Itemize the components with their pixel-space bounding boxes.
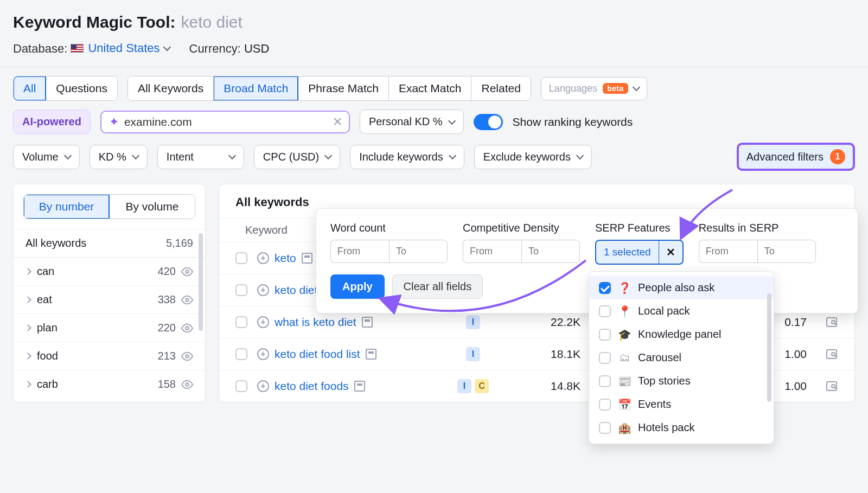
row-checkbox[interactable] bbox=[235, 316, 247, 328]
results-to-input[interactable] bbox=[757, 240, 816, 263]
sidebar-group-eat[interactable]: eat 338 bbox=[14, 285, 205, 313]
serp-option-people-also-ask[interactable]: ❓ People also ask bbox=[589, 276, 774, 299]
serp-option-hotels-pack[interactable]: 🏨 Hotels pack bbox=[589, 416, 774, 439]
serp-option-knowledge-panel[interactable]: 🎓 Knowledge panel bbox=[589, 323, 774, 346]
filter-intent[interactable]: Intent bbox=[157, 145, 244, 169]
chevron-down-icon bbox=[576, 152, 584, 159]
volume-cell: 18.1K bbox=[505, 348, 580, 361]
serp-option-events[interactable]: 📅 Events bbox=[589, 393, 774, 416]
serp-feature-icon: 🎓 bbox=[618, 329, 630, 341]
database-selector[interactable]: Database: United States bbox=[13, 41, 170, 56]
serp-preview-icon[interactable] bbox=[354, 381, 365, 392]
checkbox[interactable] bbox=[599, 305, 611, 317]
eye-icon[interactable] bbox=[181, 350, 193, 362]
flag-us-icon bbox=[71, 44, 84, 53]
compdens-to-input[interactable] bbox=[521, 240, 580, 263]
serp-option-local-pack[interactable]: 📍 Local pack bbox=[589, 299, 774, 323]
tab-by-number[interactable]: By number bbox=[24, 195, 110, 219]
sparkle-icon: ✦ bbox=[109, 115, 119, 129]
checkbox[interactable] bbox=[599, 422, 611, 434]
open-serp-icon[interactable] bbox=[816, 380, 838, 393]
clear-domain-icon[interactable]: ✕ bbox=[333, 115, 342, 129]
wordcount-from-input[interactable] bbox=[330, 240, 389, 263]
add-keyword-icon[interactable]: + bbox=[257, 380, 269, 392]
serp-preview-icon[interactable] bbox=[302, 253, 312, 264]
filter-exclude-keywords[interactable]: Exclude keywords bbox=[474, 145, 592, 169]
serp-features-clear-icon[interactable]: ✕ bbox=[659, 241, 682, 264]
eye-icon[interactable] bbox=[181, 294, 193, 306]
serp-option-carousel[interactable]: 🗂 Carousel bbox=[589, 346, 774, 369]
serp-feature-icon: ❓ bbox=[618, 282, 630, 294]
filter-kd[interactable]: KD % bbox=[90, 145, 148, 169]
wordcount-label: Word count bbox=[330, 222, 448, 234]
dropdown-scrollbar[interactable] bbox=[767, 293, 771, 402]
compdens-from-input[interactable] bbox=[463, 240, 521, 263]
eye-icon[interactable] bbox=[181, 266, 193, 278]
sidebar-group-carb[interactable]: carb 158 bbox=[14, 370, 205, 398]
tab-broad-match[interactable]: Broad Match bbox=[214, 76, 298, 100]
volume-cell: 14.8K bbox=[505, 380, 580, 393]
chevron-right-icon bbox=[24, 381, 31, 388]
checkbox[interactable] bbox=[599, 329, 611, 341]
serp-option-top-stories[interactable]: 📰 Top stories bbox=[589, 369, 774, 393]
serp-features-dropdown: ❓ People also ask 📍 Local pack 🎓 Knowled… bbox=[589, 271, 774, 444]
checkbox[interactable] bbox=[599, 352, 611, 364]
add-keyword-icon[interactable]: + bbox=[257, 348, 269, 360]
row-checkbox[interactable] bbox=[235, 348, 247, 360]
match-type-seg: All Keywords Broad Match Phrase Match Ex… bbox=[127, 76, 531, 101]
filter-include-keywords[interactable]: Include keywords bbox=[350, 145, 464, 169]
results-from-input[interactable] bbox=[699, 240, 757, 263]
tab-all[interactable]: All bbox=[14, 76, 46, 100]
checkbox[interactable] bbox=[599, 282, 611, 294]
row-checkbox[interactable] bbox=[235, 380, 247, 392]
apply-button[interactable]: Apply bbox=[330, 274, 385, 299]
row-checkbox[interactable] bbox=[235, 252, 247, 264]
row-checkbox[interactable] bbox=[235, 284, 247, 296]
tab-phrase-match[interactable]: Phrase Match bbox=[298, 76, 389, 100]
show-ranking-label: Show ranking keywords bbox=[513, 116, 633, 129]
checkbox[interactable] bbox=[599, 399, 611, 411]
checkbox[interactable] bbox=[599, 375, 611, 387]
chevron-down-icon bbox=[163, 43, 170, 51]
advanced-filters-button[interactable]: Advanced filters 1 bbox=[737, 143, 855, 171]
sidebar-scrollbar[interactable] bbox=[199, 233, 203, 331]
sidebar-all-keywords[interactable]: All keywords 5,169 bbox=[14, 229, 205, 257]
clear-all-fields-button[interactable]: Clear all fields bbox=[392, 274, 483, 299]
advanced-filters-count-badge: 1 bbox=[830, 149, 845, 164]
sidebar-group-can[interactable]: can 420 bbox=[14, 257, 205, 285]
tab-related[interactable]: Related bbox=[471, 76, 530, 100]
intent-badge-i: I bbox=[457, 379, 471, 393]
personal-kd-dropdown[interactable]: Personal KD % bbox=[360, 110, 464, 134]
ai-domain-input-wrap: ✦ ✕ bbox=[100, 111, 350, 133]
sidebar-group-plan[interactable]: plan 220 bbox=[14, 313, 205, 342]
keyword-link[interactable]: what is keto diet bbox=[275, 316, 356, 329]
tab-questions[interactable]: Questions bbox=[46, 76, 117, 100]
sidebar-group-food[interactable]: food 213 bbox=[14, 342, 205, 370]
tab-exact-match[interactable]: Exact Match bbox=[389, 76, 472, 100]
svg-point-1 bbox=[186, 298, 189, 302]
ai-domain-input[interactable] bbox=[124, 116, 327, 129]
serp-feature-icon: 🗂 bbox=[618, 352, 630, 364]
eye-icon[interactable] bbox=[181, 322, 193, 334]
languages-dropdown[interactable]: Languages beta bbox=[541, 77, 647, 100]
serp-preview-icon[interactable] bbox=[362, 317, 373, 328]
serp-features-select[interactable]: 1 selected bbox=[596, 241, 659, 264]
open-serp-icon[interactable] bbox=[816, 348, 838, 361]
keyword-link[interactable]: keto diet foods bbox=[275, 380, 349, 393]
wordcount-to-input[interactable] bbox=[389, 240, 448, 263]
filter-cpc[interactable]: CPC (USD) bbox=[254, 145, 340, 169]
question-filter-seg: All Questions bbox=[13, 76, 118, 101]
serp-preview-icon[interactable] bbox=[366, 349, 376, 360]
eye-icon[interactable] bbox=[181, 379, 193, 390]
add-keyword-icon[interactable]: + bbox=[257, 252, 269, 264]
show-ranking-toggle[interactable] bbox=[474, 114, 503, 130]
tab-all-keywords[interactable]: All Keywords bbox=[128, 76, 214, 100]
keyword-link[interactable]: keto bbox=[275, 252, 296, 265]
open-serp-icon[interactable] bbox=[816, 316, 838, 329]
compdens-label: Competitive Density bbox=[463, 222, 580, 234]
add-keyword-icon[interactable]: + bbox=[257, 316, 269, 328]
add-keyword-icon[interactable]: + bbox=[257, 284, 269, 296]
filter-volume[interactable]: Volume bbox=[13, 145, 80, 169]
tab-by-volume[interactable]: By volume bbox=[110, 195, 195, 219]
keyword-link[interactable]: keto diet food list bbox=[275, 348, 360, 361]
